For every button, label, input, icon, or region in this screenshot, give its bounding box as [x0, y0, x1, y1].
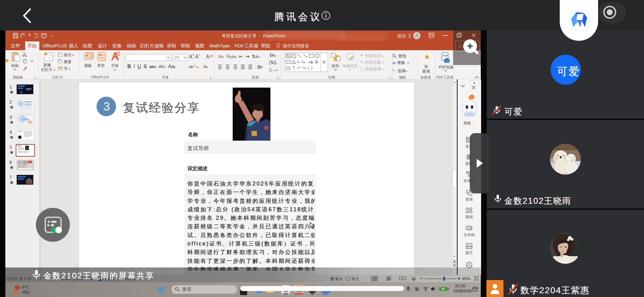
- svg-text:PDF: PDF: [443, 54, 448, 57]
- svg-text:1: 1: [17, 286, 19, 289]
